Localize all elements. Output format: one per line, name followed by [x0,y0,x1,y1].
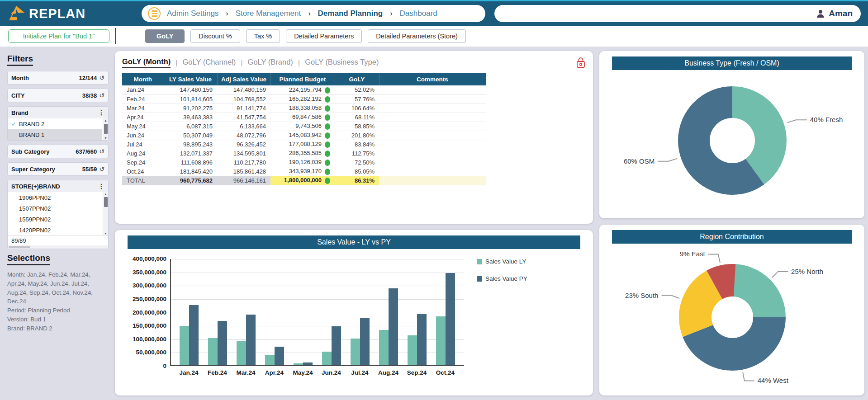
chevron-right-icon: › [226,9,228,18]
breadcrumb-item-store-management[interactable]: Store Management [236,9,301,18]
cell-comments[interactable] [379,131,486,140]
bar-sales-value-py [360,318,370,365]
bar-sales-value-ly [436,316,446,365]
filter-super-category[interactable]: Super Category55/59↺ [7,162,109,176]
toolbar-button-goly[interactable]: GoLY [145,29,185,43]
scrollbar-thumb[interactable] [9,246,30,248]
x-tick-label: Sep.24 [403,369,431,376]
horizontal-scrollbar[interactable] [8,245,108,249]
bar-sales-value-py [246,315,256,365]
menu-icon[interactable] [148,7,161,20]
cell-month: Sep.24 [122,158,164,167]
tab-goly-month-[interactable]: GoLY (Month) [122,57,171,68]
donut-label-south: 23% South [625,292,658,299]
scroll-up-icon[interactable]: ▲ [104,192,107,196]
cell-comments[interactable] [379,85,486,94]
bar-sales-value-py [303,362,313,365]
filter-city[interactable]: CITY38/38↺ [7,89,109,102]
table-row: Sep.24111,608,896110,217,780190,126,0397… [122,158,486,167]
legend-swatch [477,259,482,264]
cell-comments[interactable] [379,176,486,185]
bar-sales-value-ly [379,330,389,365]
bar-chart-x-axis: Jan.24Feb.24Mar.24Apr.24May.24Jun.24Jul.… [171,366,465,376]
breadcrumb-item-demand-planning[interactable]: Demand Planning [318,9,383,18]
bar-sales-value-ly [351,339,360,365]
refresh-icon[interactable]: ↺ [99,148,104,155]
scrollbar[interactable]: ▲▼ [103,118,108,140]
cell-comments[interactable] [379,167,486,176]
cell-goly-pct: 52.02% [335,85,379,94]
x-tick-label: Aug.24 [374,369,403,376]
cell-goly-pct: 112.75% [335,149,379,158]
cell-comments[interactable] [379,122,486,131]
cell-adj-sales: 104,768,552 [217,94,270,104]
cell-comments[interactable] [379,94,486,104]
refresh-icon[interactable]: ↺ [99,74,104,81]
filter-label: Brand [11,109,28,116]
filter-month[interactable]: Month12/144↺ [7,71,109,85]
table-header-row: MonthLY Sales ValueAdj Sales ValuePlanne… [122,73,486,85]
scrollbar[interactable]: ▲▼ [103,192,108,235]
column-header-comments: Comments [379,73,486,85]
bar-sales-value-ly [208,338,218,365]
filter-sub-category[interactable]: Sub Category637/660↺ [7,145,109,158]
cell-ly-sales: 181,845,420 [164,167,217,176]
filter-listbox-brand: Brand⋮✓BRAND 2BRAND 1▲▼ [7,106,109,141]
filter-label: Super Category [11,166,55,173]
business-type-title: Business Type (Fresh / OSM) [612,56,852,70]
scrollbar-thumb[interactable] [104,197,108,207]
list-item[interactable]: 1906PPN02 [8,192,102,203]
cell-comments[interactable] [379,113,486,122]
tab-goly-brand-[interactable]: GoLY (Brand) [248,58,293,68]
table-row: May.246,087,3156,133,6649,743,50658.85% [122,122,486,131]
tab-separator: | [298,58,300,67]
tab-separator: | [241,58,242,67]
list-item[interactable]: 1559PPN02 [8,214,102,225]
bar-sales-value-ly [265,355,275,365]
scroll-down-icon[interactable]: ▼ [104,231,107,235]
selection-line: Period: Planning Period [7,306,109,315]
cell-planned-budget: 224,195,794 [270,85,335,94]
cell-comments[interactable] [379,149,486,158]
tab-goly-channel-[interactable]: GoLY (Channel) [183,58,236,68]
lock-icon[interactable] [576,56,586,69]
toolbar-button-discount-[interactable]: Discount % [190,29,240,43]
status-dot-icon [325,169,330,175]
donut-label-osm: 60% OSM [624,157,655,165]
listbox-header: Brand⋮ [8,107,108,118]
kebab-menu-icon[interactable]: ⋮ [98,109,104,116]
scrollbar-thumb[interactable] [104,124,108,134]
scroll-down-icon[interactable]: ▼ [104,136,107,140]
app-logo[interactable]: REPLAN [7,5,114,22]
tab-goly-business-type-[interactable]: GoLY (Business Type) [305,58,379,68]
toolbar-button-detailed-parameters-store-[interactable]: Detailed Parameters (Store) [368,29,466,43]
toolbar-button-tax-[interactable]: Tax % [246,29,280,43]
cell-adj-sales: 48,072,796 [217,131,270,140]
column-header-month: Month [122,73,164,85]
cell-comments[interactable] [379,140,486,149]
cell-comments[interactable] [379,158,486,167]
refresh-icon[interactable]: ↺ [99,165,104,173]
list-item[interactable]: 1507PPN02 [8,203,102,214]
list-item[interactable]: ✓BRAND 2 [8,118,102,129]
breadcrumb-item-dashboard[interactable]: Dashboard [400,9,437,18]
initialize-plan-button[interactable]: Initialize Plan for "Bud 1" [8,29,109,43]
x-tick-label: May.24 [289,369,317,376]
cell-month: May.24 [122,122,164,131]
center-column: GoLY (Month)|GoLY (Channel)|GoLY (Brand)… [115,51,593,395]
list-item[interactable]: 1420PPN02 [8,225,102,235]
refresh-icon[interactable]: ↺ [99,92,104,99]
status-dot-icon [325,114,330,121]
kebab-menu-icon[interactable]: ⋮ [98,183,104,190]
toolbar-button-detailed-parameters[interactable]: Detailed Parameters [286,29,362,43]
x-tick-label: Jan.24 [175,369,203,376]
cell-adj-sales: 185,861,428 [217,167,270,176]
user-icon [816,9,825,18]
user-menu[interactable]: Aman [494,5,861,22]
scroll-up-icon[interactable]: ▲ [104,118,107,122]
check-icon: ✓ [11,121,19,127]
breadcrumb-item-admin-settings[interactable]: Admin Settings [167,9,218,18]
cell-comments[interactable] [379,104,486,113]
list-item[interactable]: BRAND 1 [8,129,102,140]
list-item-label: 1420PPN02 [19,227,51,234]
